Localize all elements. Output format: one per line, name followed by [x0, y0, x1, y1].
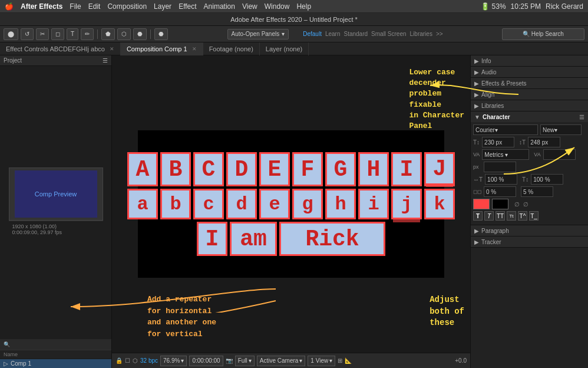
- menu-animation[interactable]: Animation: [204, 2, 235, 11]
- comp-tb-icon2[interactable]: ☐: [125, 357, 130, 364]
- tab-composition[interactable]: Composition Comp 1 ✕: [121, 42, 203, 55]
- tracker-header[interactable]: ▶ Tracker: [471, 236, 588, 247]
- h-scale-field[interactable]: 100 %: [485, 174, 517, 185]
- menu-view[interactable]: View: [242, 2, 257, 11]
- comp-tb-icon3[interactable]: ⬡: [133, 357, 138, 364]
- toolbar-btn-5[interactable]: T: [67, 28, 78, 40]
- baseline-field[interactable]: [484, 162, 516, 172]
- letter-E: E: [259, 152, 290, 186]
- toolbar-btn-4[interactable]: ◻: [51, 28, 64, 40]
- left-panel: Project ☰ Comp Preview 1920 x 1080 (1.00…: [0, 55, 112, 368]
- resolution-dropdown[interactable]: Full▾: [235, 356, 255, 366]
- workspace-expand[interactable]: >>: [436, 31, 443, 37]
- workspace-small[interactable]: Small Screen: [371, 31, 406, 37]
- app-name: After Effects: [21, 2, 62, 11]
- tab-close-comp[interactable]: ✕: [192, 46, 197, 52]
- comp-tb-icon4[interactable]: 📷: [226, 357, 233, 364]
- project-list-header: Name: [0, 350, 111, 359]
- user-name: Rick Gerard: [546, 2, 583, 11]
- libraries-section: ▶ Libraries: [471, 100, 588, 111]
- time-display: 10:25 PM: [511, 2, 541, 11]
- tab-footage[interactable]: Footage (none): [203, 42, 260, 55]
- effects-header[interactable]: ▶ Effects & Presets: [471, 78, 588, 88]
- zoom-dropdown[interactable]: 76.9%▾: [160, 356, 187, 366]
- tsumi-field[interactable]: 0 %: [484, 186, 516, 197]
- leading-field[interactable]: 248 px: [528, 137, 560, 147]
- info-header[interactable]: ▶ Info: [471, 55, 588, 66]
- search-help-input[interactable]: 🔍 Help Search: [502, 28, 584, 40]
- title-bar: Adobe After Effects 2020 – Untitled Proj…: [0, 13, 588, 26]
- allcaps-button[interactable]: TT: [495, 211, 505, 221]
- menu-layer[interactable]: Layer: [154, 2, 171, 11]
- italic-button[interactable]: T: [484, 211, 494, 221]
- letter-h: h: [325, 189, 356, 219]
- tab-close-effect[interactable]: ✕: [110, 46, 114, 52]
- size-row: T↕ 230 px ↕T 248 px: [473, 137, 586, 147]
- timecode-dropdown[interactable]: 0:00:00:00: [189, 356, 223, 366]
- camera-dropdown[interactable]: Active Camera▾: [257, 356, 306, 366]
- smallcaps-button[interactable]: Tt: [507, 211, 516, 221]
- hscale-icon: ↔T: [473, 176, 483, 183]
- font-style-dropdown[interactable]: New▾: [540, 124, 582, 135]
- project-list-item-comp1[interactable]: ▷ Comp 1: [0, 359, 111, 368]
- character-header[interactable]: ▼ Character ☰: [471, 111, 588, 122]
- main-layout: Project ☰ Comp Preview 1920 x 1080 (1.00…: [0, 55, 588, 368]
- view-count-dropdown[interactable]: 1 View▾: [308, 356, 335, 366]
- text-row-2: a b c d e g h i j k: [127, 189, 455, 219]
- workspace-learn[interactable]: Learn: [325, 31, 341, 37]
- auto-open-chevron: ▾: [282, 31, 285, 37]
- tab-layer[interactable]: Layer (none): [260, 42, 309, 55]
- menu-composition[interactable]: Composition: [107, 2, 147, 11]
- toolbar-btn-3[interactable]: ✂: [36, 28, 49, 40]
- character-collapse-icon: ▼: [474, 114, 480, 120]
- menu-help[interactable]: Help: [296, 2, 311, 11]
- text-row-1: A B C D E F G H I J: [127, 152, 455, 186]
- paragraph-header[interactable]: ▶ Paragraph: [471, 225, 588, 236]
- char-panel-menu[interactable]: ☰: [579, 114, 584, 120]
- toolbar-btn-2[interactable]: ↺: [21, 28, 34, 40]
- align-header[interactable]: ▶ Align: [471, 89, 588, 100]
- font-name-dropdown[interactable]: Courier▾: [473, 124, 538, 135]
- menu-edit[interactable]: Edit: [88, 2, 101, 11]
- menubar-right: 🔋 53% 10:25 PM Rick Gerard: [481, 2, 583, 11]
- sub-button[interactable]: T_: [529, 211, 539, 221]
- stroke-color-swatch[interactable]: [492, 199, 508, 209]
- comp-tb-plus: +0.0: [455, 357, 467, 364]
- workspace-default[interactable]: Default: [303, 31, 322, 37]
- bold-button[interactable]: T: [473, 211, 483, 221]
- v-scale-field[interactable]: 100 %: [531, 174, 563, 185]
- comp-tb-snap[interactable]: ⊞: [338, 357, 342, 364]
- tab-effect-controls[interactable]: Effect Controls ABCDEFGHIj abco ✕: [0, 42, 121, 55]
- comp-preview-text: Comp Preview: [15, 170, 97, 218]
- menu-file[interactable]: File: [70, 2, 81, 11]
- baseline-shift-field[interactable]: 5 %: [521, 186, 553, 197]
- menu-window[interactable]: Window: [265, 2, 290, 11]
- font-size-field[interactable]: 230 px: [482, 137, 514, 147]
- toolbar-btn-9[interactable]: ⬣: [133, 28, 147, 40]
- kerning-dropdown[interactable]: Metrics▾: [482, 149, 529, 160]
- auto-open-panels[interactable]: Auto-Open Panels ▾: [227, 29, 289, 40]
- letter-k: k: [424, 189, 455, 219]
- toolbar-btn-8[interactable]: ⬡: [117, 28, 131, 40]
- project-menu-icon[interactable]: ☰: [103, 57, 108, 64]
- search-row: 🔍: [0, 339, 111, 350]
- comp-tb-ruler[interactable]: 📐: [345, 357, 352, 364]
- menu-effect[interactable]: Effect: [179, 2, 196, 11]
- annotation-these: these: [430, 317, 464, 329]
- workspace-standard[interactable]: Standard: [343, 31, 368, 37]
- toolbar-btn-6[interactable]: ✏: [81, 28, 94, 40]
- toolbar-btn-10[interactable]: ⬣: [154, 28, 168, 40]
- info-section: ▶ Info: [471, 55, 588, 67]
- workspace-libraries[interactable]: Libraries: [410, 31, 432, 37]
- fill-color-swatch[interactable]: [473, 199, 490, 209]
- letter-H: H: [358, 152, 389, 186]
- annotation-both-of: both of: [430, 306, 464, 318]
- audio-header[interactable]: ▶ Audio: [471, 67, 588, 77]
- super-button[interactable]: T^: [518, 211, 527, 221]
- project-info: 1920 x 1080 (1.00) 0:00:09:00, 29.97 fps: [9, 221, 103, 238]
- toolbar-btn-1[interactable]: ⬤: [4, 28, 18, 40]
- libraries-header[interactable]: ▶ Libraries: [471, 100, 588, 111]
- tracking-field[interactable]: [543, 149, 576, 160]
- comp-tb-icon1[interactable]: 🔒: [115, 357, 123, 364]
- toolbar-btn-7[interactable]: ⬟: [101, 28, 115, 40]
